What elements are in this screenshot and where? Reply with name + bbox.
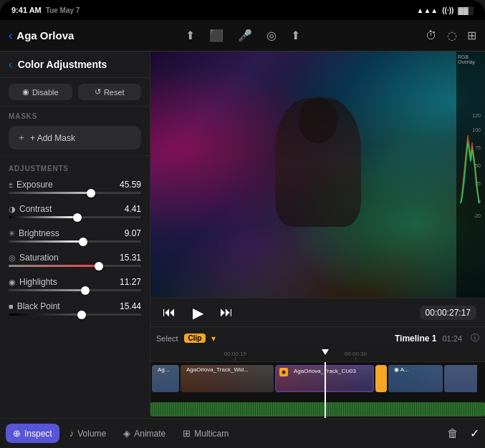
svg-text:120: 120	[472, 113, 481, 118]
clip-label: ◉ A...	[391, 366, 412, 373]
brightness-slider[interactable]	[9, 240, 141, 243]
select-label: Select	[156, 334, 178, 343]
share-icon[interactable]: ⬆	[291, 29, 300, 42]
video-frame	[150, 52, 485, 298]
upload-icon[interactable]: ⬆	[186, 29, 195, 42]
contrast-slider[interactable]	[9, 216, 141, 218]
track-area: Ag... AgaOrlova_Track_Wid... ◉ AgaOrlova…	[150, 362, 485, 418]
delete-button[interactable]: 🗑	[447, 427, 458, 440]
skip-forward-button[interactable]: ⏭	[216, 303, 236, 323]
bottom-bar: ⊕ Inspect ♪ Volume ◈ Animate ⊞ Multicam …	[0, 418, 485, 448]
tab-multicam[interactable]: ⊞ Multicam	[176, 424, 236, 443]
svg-text:75: 75	[475, 145, 481, 150]
highlights-slider[interactable]	[9, 289, 141, 291]
reset-button[interactable]: ↺ Reset	[78, 84, 142, 100]
play-icon: ▶	[193, 304, 203, 321]
clip-dropdown-icon[interactable]: ▾	[211, 333, 216, 344]
track-clip[interactable]	[444, 365, 477, 392]
histogram-label: RGB Overlay	[458, 54, 485, 64]
eye-icon: ◉	[22, 87, 29, 97]
track-clip-marker[interactable]	[375, 365, 387, 392]
panel-header: ‹ Color Adjustments	[0, 52, 150, 78]
adjustment-row-saturation: ◎ Saturation 15.31	[0, 248, 150, 273]
saturation-value: 15.31	[120, 253, 141, 263]
video-preview: RGB Overlay 120 100 75 50 25 0 -20	[150, 52, 485, 298]
multicam-tab-icon: ⊞	[183, 428, 191, 439]
confirm-button[interactable]: ✓	[470, 427, 479, 440]
blackpoint-label: Black Point	[17, 301, 60, 311]
adjustments-section-label: ADJUSTMENTS	[0, 159, 150, 175]
status-date: Tue May 7	[46, 6, 80, 14]
contrast-icon: ◑	[9, 205, 16, 214]
ruler-mark-15: 00:00:15	[224, 351, 246, 361]
adjustment-row-highlights: ◉ Highlights 11.27	[0, 273, 150, 297]
mic-icon[interactable]: 🎤	[238, 29, 252, 42]
status-left: 9:41 AM Tue May 7	[11, 6, 80, 14]
saturation-icon: ◎	[9, 253, 16, 263]
ruler-mark-30: 00:00:30	[345, 351, 367, 361]
skip-forward-icon: ⏭	[220, 305, 233, 320]
timecode-display: 00:00:27:17	[420, 306, 476, 320]
panel-back-icon[interactable]: ‹	[9, 59, 12, 70]
highlights-value: 11.27	[120, 277, 141, 287]
clock-icon[interactable]: ⏱	[426, 29, 437, 42]
adjustment-row-blackpoint: ■ Black Point 15.44	[0, 297, 150, 321]
animate-tab-icon: ◈	[123, 428, 130, 439]
exposure-label: Exposure	[16, 180, 53, 190]
toolbar-left: ‹ Aga Orlova	[9, 29, 123, 42]
grid-icon[interactable]: ⊞	[467, 29, 476, 42]
exposure-icon: ±	[9, 180, 13, 189]
video-track: Ag... AgaOrlova_Track_Wid... ◉ AgaOrlova…	[150, 365, 485, 392]
highlights-label: Highlights	[19, 277, 57, 287]
masks-section-label: MASKS	[0, 107, 150, 123]
contrast-label: Contrast	[19, 204, 52, 214]
divider	[0, 155, 150, 156]
inspect-tab-icon: ⊕	[13, 428, 21, 439]
timeline-info-icon[interactable]: ⓘ	[471, 332, 479, 344]
clip-tag[interactable]: Clip	[184, 333, 206, 343]
timeline-tracks[interactable]: 00:00:15 00:00:30 Ag...	[150, 349, 485, 418]
right-area: RGB Overlay 120 100 75 50 25 0 -20	[150, 52, 485, 418]
status-right: ▲▲▲ ((·)) ▓▓░	[417, 6, 474, 14]
project-title: Aga Orlova	[16, 29, 74, 42]
exposure-slider[interactable]	[9, 192, 141, 194]
tab-inspect[interactable]: ⊕ Inspect	[6, 424, 59, 443]
adjustment-row-contrast: ◑ Contrast 4.41	[0, 200, 150, 224]
back-button[interactable]: ‹	[9, 29, 12, 42]
saturation-slider[interactable]	[9, 265, 141, 267]
contrast-value: 4.41	[125, 204, 141, 214]
battery-icon: ▓▓░	[458, 6, 474, 14]
track-clip[interactable]: AgaOrlova_Track_Wid...	[181, 365, 274, 392]
playhead[interactable]	[325, 362, 326, 418]
playhead-triangle	[322, 349, 329, 355]
skip-back-button[interactable]: ⏮	[159, 303, 179, 323]
add-mask-button[interactable]: ＋ + Add Mask	[9, 126, 141, 150]
camera-icon[interactable]: ⬛	[209, 29, 224, 42]
disable-button[interactable]: ◉ Disable	[9, 84, 72, 100]
exposure-value: 45.59	[120, 180, 141, 190]
adjustment-row-brightness: ✳ Brightness 9.07	[0, 224, 150, 248]
track-clip[interactable]: ◉ A...	[388, 365, 443, 392]
tab-volume[interactable]: ♪ Volume	[62, 424, 114, 443]
play-button[interactable]: ▶	[188, 303, 208, 323]
svg-text:50: 50	[475, 163, 481, 168]
brightness-icon: ✳	[9, 229, 15, 238]
skip-back-icon: ⏮	[163, 305, 176, 320]
panel-actions: ◉ Disable ↺ Reset	[0, 78, 150, 107]
location-icon[interactable]: ◎	[266, 29, 277, 42]
volume-tab-label: Volume	[77, 429, 106, 439]
settings-icon[interactable]: ◌	[447, 29, 457, 42]
track-clip[interactable]: Ag...	[152, 365, 179, 392]
status-bar: 9:41 AM Tue May 7 ▲▲▲ ((·)) ▓▓░	[0, 0, 485, 20]
toolbar-center: ⬆ ⬛ 🎤 ◎ ⬆	[128, 29, 357, 42]
blackpoint-slider[interactable]	[9, 313, 141, 316]
clip-thumb	[444, 365, 477, 392]
histogram-svg: 120 100 75 50 25 0 -20	[458, 66, 484, 298]
status-time: 9:41 AM	[11, 6, 42, 14]
clip-label: Ag...	[155, 366, 172, 373]
bottom-tabs: ⊕ Inspect ♪ Volume ◈ Animate ⊞ Multicam	[6, 424, 236, 443]
playback-bar: ⏮ ▶ ⏭ 00:00:27:17	[150, 298, 485, 326]
blackpoint-icon: ■	[9, 302, 14, 311]
tab-animate[interactable]: ◈ Animate	[116, 424, 173, 443]
volume-tab-icon: ♪	[69, 428, 75, 439]
